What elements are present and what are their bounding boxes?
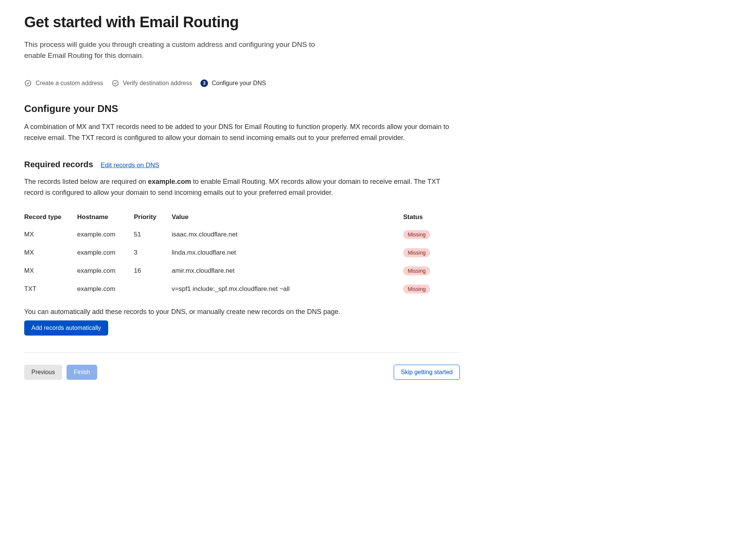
table-row: MX example.com 51 isaac.mx.cloudflare.ne… bbox=[24, 225, 460, 244]
svg-point-0 bbox=[25, 80, 31, 86]
previous-button[interactable]: Previous bbox=[24, 365, 62, 380]
section-description: A combination of MX and TXT records need… bbox=[24, 121, 460, 143]
cell-priority: 51 bbox=[134, 225, 172, 244]
step-label: Create a custom address bbox=[36, 80, 103, 87]
section-heading: Configure your DNS bbox=[24, 103, 460, 115]
table-row: TXT example.com v=spf1 include:_spf.mx.c… bbox=[24, 280, 460, 298]
th-record-type: Record type bbox=[24, 210, 77, 225]
divider bbox=[24, 352, 460, 353]
required-records-heading: Required records bbox=[24, 160, 93, 169]
status-badge: Missing bbox=[403, 266, 430, 275]
wizard-steps: Create a custom address Verify destinati… bbox=[24, 79, 460, 87]
finish-button[interactable]: Finish bbox=[67, 365, 97, 380]
cell-record-type: TXT bbox=[24, 280, 77, 298]
table-row: MX example.com 3 linda.mx.cloudflare.net… bbox=[24, 244, 460, 262]
cell-hostname: example.com bbox=[77, 244, 134, 262]
cell-hostname: example.com bbox=[77, 225, 134, 244]
th-value: Value bbox=[172, 210, 403, 225]
status-badge: Missing bbox=[403, 284, 430, 294]
cell-value: amir.mx.cloudflare.net bbox=[172, 262, 403, 280]
check-circle-icon bbox=[112, 79, 119, 87]
step-number-badge: 3 bbox=[200, 79, 208, 87]
table-row: MX example.com 16 amir.mx.cloudflare.net… bbox=[24, 262, 460, 280]
page-title: Get started with Email Routing bbox=[24, 14, 460, 31]
cell-value: v=spf1 include:_spf.mx.cloudflare.net ~a… bbox=[172, 280, 403, 298]
step-verify-destination[interactable]: Verify destination address bbox=[112, 79, 192, 87]
cell-value: isaac.mx.cloudflare.net bbox=[172, 225, 403, 244]
cell-priority: 3 bbox=[134, 244, 172, 262]
step-create-address[interactable]: Create a custom address bbox=[24, 79, 103, 87]
wizard-footer: Previous Finish Skip getting started bbox=[24, 365, 460, 380]
cell-value: linda.mx.cloudflare.net bbox=[172, 244, 403, 262]
required-records-description: The records listed below are required on… bbox=[24, 176, 460, 198]
step-label: Verify destination address bbox=[123, 80, 192, 87]
status-badge: Missing bbox=[403, 230, 430, 239]
auto-add-hint: You can automatically add these records … bbox=[24, 308, 460, 316]
check-circle-icon bbox=[24, 79, 32, 87]
cell-priority bbox=[134, 280, 172, 298]
svg-point-1 bbox=[112, 80, 118, 86]
page-lead: This process will guide you through crea… bbox=[24, 39, 319, 61]
required-desc-prefix: The records listed below are required on bbox=[24, 178, 148, 185]
required-records-table: Record type Hostname Priority Value Stat… bbox=[24, 210, 460, 298]
add-records-automatically-button[interactable]: Add records automatically bbox=[24, 320, 108, 336]
cell-hostname: example.com bbox=[77, 262, 134, 280]
cell-hostname: example.com bbox=[77, 280, 134, 298]
th-priority: Priority bbox=[134, 210, 172, 225]
th-hostname: Hostname bbox=[77, 210, 134, 225]
step-configure-dns[interactable]: 3 Configure your DNS bbox=[200, 79, 266, 87]
edit-records-link[interactable]: Edit records on DNS bbox=[101, 162, 159, 169]
required-domain: example.com bbox=[148, 178, 191, 185]
skip-getting-started-button[interactable]: Skip getting started bbox=[394, 365, 460, 380]
cell-priority: 16 bbox=[134, 262, 172, 280]
step-label: Configure your DNS bbox=[212, 80, 266, 87]
cell-record-type: MX bbox=[24, 225, 77, 244]
th-status: Status bbox=[403, 210, 460, 225]
cell-record-type: MX bbox=[24, 262, 77, 280]
status-badge: Missing bbox=[403, 248, 430, 257]
cell-record-type: MX bbox=[24, 244, 77, 262]
